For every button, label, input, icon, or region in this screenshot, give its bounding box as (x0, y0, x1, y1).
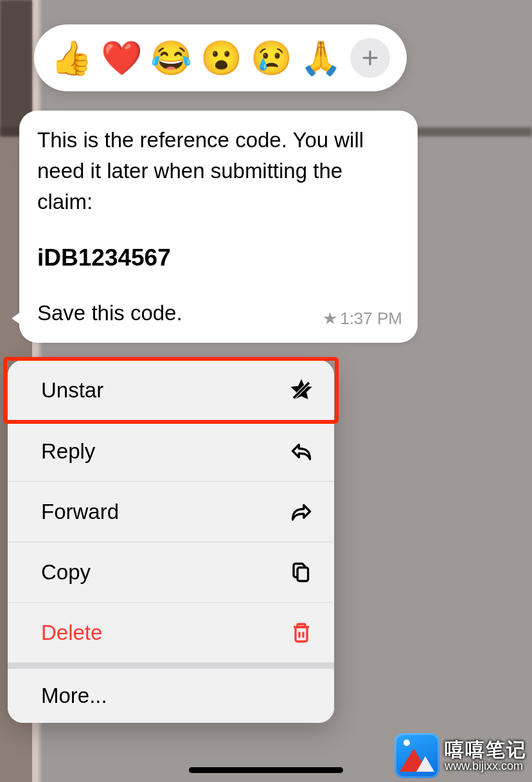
menu-item-label: More... (41, 684, 107, 708)
message-code: iDB1234567 (37, 241, 400, 275)
menu-item-delete[interactable]: Delete (8, 602, 334, 662)
message-time: 1:37 PM (340, 307, 402, 331)
context-menu: Unstar Reply Forward Copy Delete More... (8, 360, 334, 723)
reply-icon (289, 439, 314, 464)
reaction-heart[interactable]: ❤️ (101, 41, 143, 75)
reaction-wow[interactable]: 😮 (200, 41, 242, 75)
svg-rect-0 (297, 567, 308, 581)
menu-item-copy[interactable]: Copy (8, 541, 334, 602)
more-icon (289, 684, 314, 708)
menu-item-forward[interactable]: Forward (8, 481, 334, 541)
reaction-laugh[interactable]: 😂 (150, 41, 192, 75)
copy-icon (289, 560, 314, 585)
add-reaction-button[interactable] (350, 38, 390, 78)
message-paragraph-1: This is the reference code. You will nee… (37, 125, 400, 217)
menu-item-reply[interactable]: Reply (8, 421, 334, 481)
plus-icon (360, 48, 380, 68)
trash-icon (289, 621, 314, 645)
forward-icon (289, 500, 314, 524)
reaction-thumbs-up[interactable]: 👍 (51, 41, 93, 75)
svg-rect-1 (296, 627, 307, 642)
reaction-bar: 👍 ❤️ 😂 😮 😢 🙏 (34, 24, 407, 91)
watermark-logo-icon (395, 733, 439, 778)
menu-item-label: Copy (41, 560, 91, 585)
menu-item-more[interactable]: More... (8, 662, 334, 723)
watermark-title: 嘻嘻笔记 (445, 739, 527, 760)
star-icon: ★ (323, 307, 337, 331)
home-indicator (189, 767, 343, 773)
menu-item-label: Forward (41, 500, 119, 524)
bubble-tail (12, 309, 24, 327)
unstar-icon (289, 378, 314, 403)
menu-item-label: Delete (41, 621, 102, 645)
message-meta: ★ 1:37 PM (323, 307, 402, 331)
reaction-sad[interactable]: 😢 (251, 41, 292, 75)
menu-item-label: Reply (41, 439, 95, 464)
watermark-url: www.bijixx.com (445, 760, 527, 773)
menu-item-unstar[interactable]: Unstar (8, 360, 334, 421)
message-bubble-container: This is the reference code. You will nee… (10, 111, 408, 343)
reaction-pray[interactable]: 🙏 (300, 41, 342, 75)
watermark: 嘻嘻笔记 www.bijixx.com (395, 733, 527, 778)
menu-item-label: Unstar (41, 378, 103, 403)
message-bubble[interactable]: This is the reference code. You will nee… (19, 111, 418, 343)
